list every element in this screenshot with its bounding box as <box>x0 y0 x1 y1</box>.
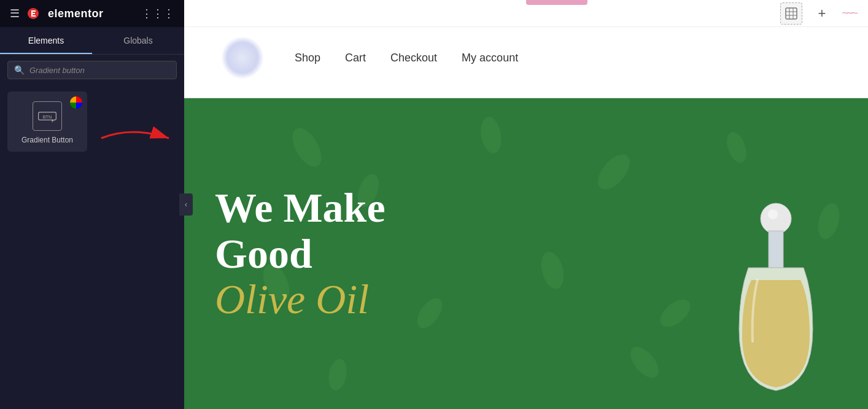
table-icon <box>785 7 797 20</box>
collapse-sidebar-button[interactable]: ‹ <box>179 193 193 216</box>
tab-elements[interactable]: Elements <box>0 27 92 54</box>
widget-color-badge <box>70 96 82 109</box>
main-canvas: + ~~~ Shop Cart Checkout My account <box>184 0 868 409</box>
widget-label: Gradient Button <box>21 136 73 144</box>
nav-link-checkout[interactable]: Checkout <box>390 52 437 64</box>
svg-text:BTN: BTN <box>43 114 52 120</box>
sidebar-header: ☰ elementor ⋮⋮⋮ <box>0 0 184 27</box>
grid-icon[interactable]: ⋮⋮⋮ <box>141 7 174 20</box>
canvas-hero: We Make Good Olive Oil <box>184 98 868 409</box>
toolbar-widget-placeholder[interactable] <box>780 2 802 25</box>
hamburger-icon[interactable]: ☰ <box>10 7 20 20</box>
svg-rect-28 <box>769 231 783 268</box>
widget-card-gradient-button[interactable]: BTN Gradient Button <box>7 92 87 152</box>
svg-point-13 <box>287 123 327 172</box>
add-section-button[interactable]: + <box>812 4 832 23</box>
sidebar-search: 🔍 <box>0 55 184 85</box>
elementor-logo: elementor <box>27 7 104 20</box>
svg-point-17 <box>723 130 750 165</box>
tab-globals[interactable]: Globals <box>92 27 184 54</box>
bottle-svg <box>715 194 837 409</box>
svg-rect-8 <box>786 8 797 19</box>
svg-rect-2 <box>33 10 36 12</box>
sidebar-header-left: ☰ elementor <box>10 7 104 20</box>
search-input[interactable] <box>29 66 170 75</box>
elementor-wordmark: elementor <box>48 7 104 20</box>
gradient-button-icon-svg: BTN <box>37 106 57 126</box>
canvas-top: + ~~~ Shop Cart Checkout My account <box>184 0 868 98</box>
squiggly-decoration: ~~~ <box>842 6 856 20</box>
bottle-image <box>715 194 868 409</box>
svg-point-27 <box>768 209 778 219</box>
sidebar-widgets: BTN Gradient Button <box>0 85 184 409</box>
svg-point-26 <box>761 203 791 234</box>
nav-link-shop[interactable]: Shop <box>295 52 320 64</box>
sidebar: ☰ elementor ⋮⋮⋮ Elements Globals 🔍 <box>0 0 184 409</box>
search-icon: 🔍 <box>14 65 25 75</box>
dots-decoration <box>221 36 264 79</box>
canvas-nav: Shop Cart Checkout My account <box>184 27 868 88</box>
pink-shape-decoration <box>526 0 587 5</box>
svg-rect-4 <box>33 15 36 17</box>
svg-rect-3 <box>33 13 35 14</box>
search-box: 🔍 <box>7 61 177 79</box>
nav-link-myaccount[interactable]: My account <box>462 52 518 64</box>
elementor-logo-icon <box>27 7 44 20</box>
svg-point-24 <box>327 357 349 392</box>
sidebar-tabs: Elements Globals <box>0 27 184 55</box>
nav-link-cart[interactable]: Cart <box>345 52 366 64</box>
widget-icon-gradient-button: BTN <box>33 101 62 131</box>
svg-point-15 <box>478 115 504 155</box>
svg-point-25 <box>625 342 664 383</box>
svg-rect-1 <box>31 10 33 17</box>
